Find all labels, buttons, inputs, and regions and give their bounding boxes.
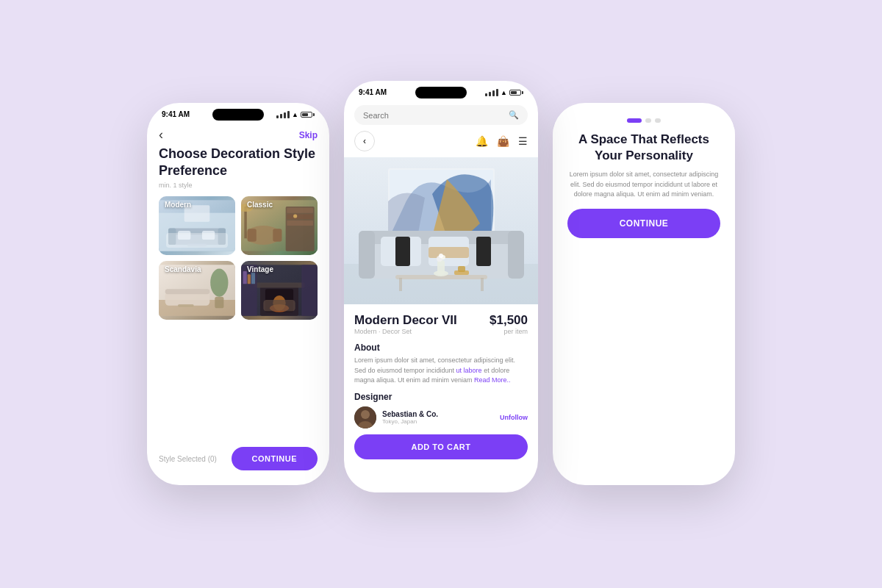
onboard-text: Lorem ipsum dolor sit amet, consectetur … bbox=[567, 170, 720, 200]
dot-3 bbox=[655, 118, 661, 123]
page-title-left: Choose Decoration Style Preference bbox=[147, 146, 329, 180]
style-card-classic[interactable]: Classic bbox=[241, 196, 318, 255]
bottom-card: A Space That ReflectsYour Personality Lo… bbox=[553, 107, 735, 247]
menu-icon[interactable]: ☰ bbox=[518, 135, 528, 147]
svg-rect-11 bbox=[286, 207, 315, 251]
svg-rect-14 bbox=[287, 220, 313, 226]
svg-point-27 bbox=[210, 268, 228, 296]
svg-rect-53 bbox=[429, 247, 469, 258]
unfollow-button[interactable]: Unfollow bbox=[500, 414, 528, 421]
status-bar-center: 9:41 AM ▲ bbox=[344, 81, 538, 99]
bag-icon[interactable]: 👜 bbox=[497, 135, 509, 147]
svg-rect-7 bbox=[202, 231, 215, 240]
search-bar: 🔍 bbox=[354, 105, 528, 125]
continue-button-right[interactable]: CONTINUE bbox=[567, 209, 720, 238]
svg-rect-58 bbox=[437, 260, 445, 275]
svg-rect-9 bbox=[187, 243, 207, 246]
svg-rect-52 bbox=[476, 237, 491, 266]
svg-rect-3 bbox=[168, 228, 226, 234]
svg-point-20 bbox=[293, 214, 297, 218]
page-subtitle-left: min. 1 style bbox=[147, 182, 329, 189]
svg-rect-5 bbox=[218, 228, 226, 245]
style-selected-text: Style Selected (0) bbox=[159, 455, 217, 463]
product-name-row: Modern Decor VII Modern · Decor Set $1,5… bbox=[354, 313, 528, 341]
svg-rect-4 bbox=[168, 228, 176, 245]
style-label-classic: Classic bbox=[247, 201, 273, 209]
style-label-vintage: Vintage bbox=[247, 265, 273, 273]
notch-center bbox=[415, 87, 467, 98]
svg-rect-16 bbox=[248, 229, 257, 241]
product-hero-image bbox=[344, 157, 538, 304]
svg-rect-38 bbox=[248, 274, 251, 284]
product-price-label: per item bbox=[490, 328, 528, 335]
style-card-scandavia[interactable]: Scandavia bbox=[159, 261, 235, 320]
svg-rect-51 bbox=[395, 237, 410, 266]
status-time-left: 9:41 AM bbox=[162, 110, 190, 118]
add-to-cart-button[interactable]: ADD TO CART bbox=[354, 434, 528, 459]
about-text: Lorem ipsum dolor sit amet, consectetur … bbox=[354, 356, 528, 386]
svg-rect-25 bbox=[165, 289, 210, 294]
phone-left: 9:41 AM ▲ ‹ Skip Choose De bbox=[147, 103, 329, 485]
dot-1 bbox=[627, 118, 642, 123]
signal-icon-center bbox=[484, 89, 498, 96]
about-title: About bbox=[354, 343, 528, 353]
svg-rect-2 bbox=[168, 232, 226, 244]
about-link1[interactable]: ut labore bbox=[456, 367, 482, 374]
designer-info: Sebastian & Co. Tokyo, Japan bbox=[382, 410, 494, 425]
bell-icon[interactable]: 🔔 bbox=[476, 135, 488, 147]
product-room-svg bbox=[344, 157, 538, 304]
wifi-icon-left: ▲ bbox=[292, 111, 298, 118]
about-link2[interactable]: Read More.. bbox=[474, 376, 511, 384]
action-bar-center: ‹ 🔔 👜 ☰ bbox=[344, 125, 538, 157]
svg-rect-12 bbox=[287, 208, 313, 213]
dots-row bbox=[567, 118, 720, 123]
phone-right: 9:41 AM ▲ bbox=[553, 103, 735, 485]
svg-rect-17 bbox=[273, 229, 282, 241]
status-icons-left: ▲ bbox=[276, 111, 315, 118]
style-label-modern: Modern bbox=[165, 201, 191, 209]
battery-icon-center bbox=[509, 90, 523, 96]
about-section: About Lorem ipsum dolor sit amet, consec… bbox=[354, 343, 528, 386]
status-icons-center: ▲ bbox=[484, 89, 523, 96]
svg-point-61 bbox=[439, 254, 443, 258]
product-name: Modern Decor VII bbox=[354, 313, 457, 328]
product-category: Modern · Decor Set bbox=[354, 328, 457, 335]
svg-rect-34 bbox=[254, 282, 304, 287]
style-card-vintage[interactable]: Vintage bbox=[241, 261, 318, 320]
product-price: $1,500 bbox=[490, 313, 528, 328]
style-label-scandavia: Scandavia bbox=[165, 265, 201, 273]
phone-center: 9:41 AM ▲ 🔍 ‹ bbox=[344, 81, 538, 492]
bottom-bar-left: Style Selected (0) CONTINUE bbox=[147, 438, 329, 479]
svg-rect-36 bbox=[301, 265, 318, 315]
skip-button[interactable]: Skip bbox=[299, 130, 318, 140]
search-icon: 🔍 bbox=[509, 110, 519, 120]
style-card-modern[interactable]: Modern bbox=[159, 196, 235, 255]
search-input[interactable] bbox=[363, 111, 504, 120]
product-info: Modern Decor VII Modern · Decor Set $1,5… bbox=[344, 304, 538, 468]
svg-rect-13 bbox=[287, 214, 313, 219]
svg-rect-63 bbox=[458, 266, 465, 272]
continue-button-left[interactable]: CONTINUE bbox=[232, 447, 318, 470]
designer-title: Designer bbox=[354, 392, 528, 402]
back-button-center[interactable]: ‹ bbox=[354, 131, 375, 151]
svg-rect-26 bbox=[215, 296, 223, 308]
back-button-left[interactable]: ‹ bbox=[159, 127, 163, 143]
status-bar-left: 9:41 AM ▲ bbox=[147, 103, 329, 121]
style-grid: Modern bbox=[147, 196, 329, 320]
designer-avatar bbox=[354, 406, 376, 429]
designer-location: Tokyo, Japan bbox=[382, 418, 494, 425]
designer-row: Sebastian & Co. Tokyo, Japan Unfollow bbox=[354, 406, 528, 429]
svg-rect-47 bbox=[359, 231, 375, 279]
svg-rect-56 bbox=[481, 278, 484, 291]
action-icons: 🔔 👜 ☰ bbox=[476, 135, 528, 147]
svg-rect-6 bbox=[178, 231, 190, 240]
svg-rect-39 bbox=[251, 273, 255, 284]
svg-point-65 bbox=[361, 410, 370, 419]
nav-bar-left: ‹ Skip bbox=[147, 121, 329, 146]
dot-2 bbox=[645, 118, 651, 123]
designer-name: Sebastian & Co. bbox=[382, 410, 494, 418]
signal-icon-left bbox=[276, 111, 290, 118]
onboard-title: A Space That ReflectsYour Personality bbox=[567, 132, 720, 164]
notch-left bbox=[212, 109, 264, 121]
svg-rect-48 bbox=[508, 231, 524, 279]
